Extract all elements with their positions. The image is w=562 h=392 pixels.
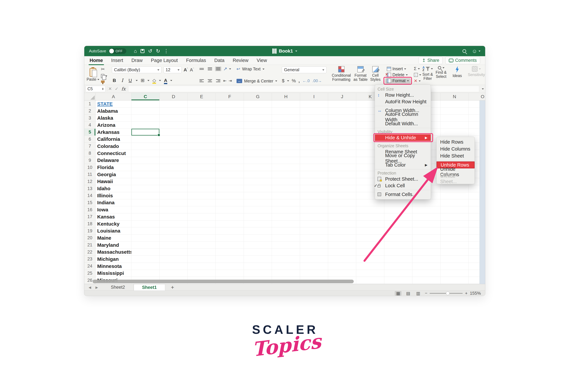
cell-I23[interactable] xyxy=(300,256,328,263)
cell-M19[interactable] xyxy=(412,227,441,234)
cell-I6[interactable] xyxy=(300,136,328,143)
tab-insert[interactable]: Insert xyxy=(111,57,124,64)
zoom-out-button[interactable]: − xyxy=(425,291,427,296)
cell-G25[interactable] xyxy=(244,270,272,277)
cell-A3[interactable]: Alaska xyxy=(95,115,131,122)
cell-L26[interactable] xyxy=(384,277,412,284)
cell-C3[interactable] xyxy=(131,115,160,122)
cell-D25[interactable] xyxy=(160,270,187,277)
cell-D23[interactable] xyxy=(160,256,187,263)
sort-filter-button[interactable]: AZ Sort &Filter xyxy=(421,66,434,84)
cell-J16[interactable] xyxy=(328,206,356,213)
cell-H11[interactable] xyxy=(272,171,300,178)
cell-J19[interactable] xyxy=(328,227,356,234)
row-header-19[interactable]: 19 xyxy=(84,227,95,234)
cell-I24[interactable] xyxy=(300,263,328,270)
cell-F19[interactable] xyxy=(216,227,244,234)
cell-M21[interactable] xyxy=(412,242,441,249)
cell-A11[interactable]: Georgia xyxy=(95,171,131,178)
undo-icon[interactable]: ↺ xyxy=(148,49,152,54)
cell-E2[interactable] xyxy=(187,108,216,115)
cell-G12[interactable] xyxy=(244,178,272,185)
currency-button[interactable]: $ xyxy=(282,79,284,83)
cell-L16[interactable] xyxy=(384,206,412,213)
cell-I7[interactable] xyxy=(300,143,328,150)
cell-H7[interactable] xyxy=(272,143,300,150)
cell-K16[interactable] xyxy=(356,206,384,213)
cell-D13[interactable] xyxy=(160,185,187,192)
cell-E13[interactable] xyxy=(187,185,216,192)
tab-home[interactable]: Home xyxy=(89,57,103,64)
cell-F22[interactable] xyxy=(216,249,244,256)
cell-G4[interactable] xyxy=(244,122,272,129)
cell-G18[interactable] xyxy=(244,220,272,228)
cell-A2[interactable]: Alabama xyxy=(95,108,131,115)
menu-item-default-width[interactable]: Default Width... xyxy=(375,120,431,127)
font-size-select[interactable]: 12 xyxy=(164,67,182,73)
cell-C5[interactable] xyxy=(131,129,160,136)
row-header-3[interactable]: 3 xyxy=(84,115,95,122)
cell-A5[interactable]: Arkansas xyxy=(95,129,131,136)
cell-E7[interactable] xyxy=(187,143,216,150)
cell-F20[interactable] xyxy=(216,234,244,242)
cell-G13[interactable] xyxy=(244,185,272,192)
cell-D9[interactable] xyxy=(160,157,187,164)
cell-N3[interactable] xyxy=(441,115,468,122)
cell-C21[interactable] xyxy=(131,242,160,249)
cell-N26[interactable] xyxy=(441,277,468,284)
comments-button[interactable]: Comments xyxy=(445,57,480,64)
cell-C19[interactable] xyxy=(131,227,160,234)
format-as-table-button[interactable]: Formatas Table xyxy=(352,66,369,84)
cell-A9[interactable]: Delaware xyxy=(95,157,131,164)
cell-C18[interactable] xyxy=(131,220,160,228)
cell-C7[interactable] xyxy=(131,143,160,150)
cell-L21[interactable] xyxy=(384,242,412,249)
menu-item-hide-unhide[interactable]: Hide & Unhide ▶ xyxy=(375,134,431,141)
cell-F23[interactable] xyxy=(216,256,244,263)
row-header-9[interactable]: 9 xyxy=(84,157,95,164)
customize-toolbar-icon[interactable]: ⋮ xyxy=(164,49,169,54)
insert-function-button[interactable]: fx xyxy=(121,86,126,91)
cell-E8[interactable] xyxy=(187,150,216,157)
column-header-D[interactable]: D xyxy=(160,93,187,100)
cell-J17[interactable] xyxy=(328,213,356,220)
paste-button[interactable]: Paste xyxy=(87,68,99,81)
cell-F1[interactable] xyxy=(216,101,244,108)
cell-D11[interactable] xyxy=(160,171,187,178)
clear-button[interactable]: ✕ xyxy=(414,78,421,83)
conditional-formatting-button[interactable]: ConditionalFormatting xyxy=(330,66,352,84)
cell-A22[interactable]: Massachusetts xyxy=(95,249,131,256)
cell-H25[interactable] xyxy=(272,270,300,277)
cancel-icon[interactable]: ✕ xyxy=(108,86,112,91)
cell-D3[interactable] xyxy=(160,115,187,122)
menu-item-tab-color[interactable]: Tab Color ▶ xyxy=(375,162,431,168)
cell-I14[interactable] xyxy=(300,192,328,199)
cell-H16[interactable] xyxy=(272,206,300,213)
cell-N17[interactable] xyxy=(441,213,468,220)
cell-K15[interactable] xyxy=(356,199,384,207)
cell-A17[interactable]: Kansas xyxy=(95,213,131,220)
cell-F11[interactable] xyxy=(216,171,244,178)
cell-G10[interactable] xyxy=(244,164,272,171)
cell-D16[interactable] xyxy=(160,206,187,213)
cell-J5[interactable] xyxy=(328,129,356,136)
row-header-18[interactable]: 18 xyxy=(84,220,95,228)
name-box[interactable]: C5 xyxy=(86,86,105,92)
cell-N2[interactable] xyxy=(441,108,468,115)
cell-H22[interactable] xyxy=(272,249,300,256)
cell-G2[interactable] xyxy=(244,108,272,115)
borders-icon[interactable]: ⊞ xyxy=(141,78,144,83)
align-top-button[interactable] xyxy=(199,67,205,71)
column-header-C[interactable]: C xyxy=(131,93,160,100)
cell-G1[interactable] xyxy=(244,101,272,108)
page-layout-view-icon[interactable]: ▤ xyxy=(405,291,411,296)
submenu-item-hide-sheet[interactable]: Hide Sheet xyxy=(436,152,475,159)
row-header-16[interactable]: 16 xyxy=(84,206,95,213)
tab-data[interactable]: Data xyxy=(214,57,225,64)
cell-A16[interactable]: Iowa xyxy=(95,206,131,213)
cell-E11[interactable] xyxy=(187,171,216,178)
cell-E6[interactable] xyxy=(187,136,216,143)
cell-L22[interactable] xyxy=(384,249,412,256)
row-header-13[interactable]: 13 xyxy=(84,185,95,192)
zoom-level[interactable]: 155% xyxy=(470,291,481,296)
